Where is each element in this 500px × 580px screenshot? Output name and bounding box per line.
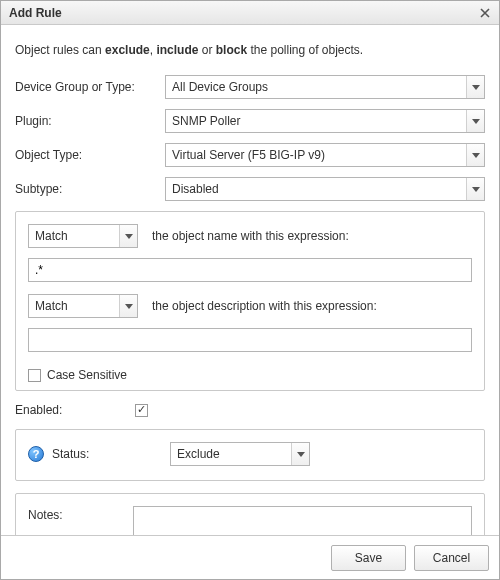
enabled-label: Enabled:: [15, 403, 135, 417]
match-desc-text: the object description with this express…: [152, 299, 377, 313]
row-object-type: Object Type: Virtual Server (F5 BIG-IP v…: [15, 143, 485, 167]
match-desc-row: Match the object description with this e…: [28, 294, 472, 318]
match-desc-expression-input[interactable]: [28, 328, 472, 352]
dialog-footer: Save Cancel: [1, 535, 499, 579]
status-select[interactable]: Exclude: [170, 442, 310, 466]
close-icon[interactable]: [477, 5, 493, 21]
match-panel: Match the object name with this expressi…: [15, 211, 485, 391]
subtype-label: Subtype:: [15, 182, 165, 196]
device-group-label: Device Group or Type:: [15, 80, 165, 94]
intro-prefix: Object rules can: [15, 43, 105, 57]
row-plugin: Plugin: SNMP Poller: [15, 109, 485, 133]
match-name-text: the object name with this expression:: [152, 229, 349, 243]
row-device-group: Device Group or Type: All Device Groups: [15, 75, 485, 99]
subtype-value: Disabled: [166, 182, 466, 196]
chevron-down-icon: [466, 144, 484, 166]
notes-panel: Notes:: [15, 493, 485, 535]
chevron-down-icon: [119, 225, 137, 247]
notes-input[interactable]: [133, 506, 472, 535]
chevron-down-icon: [119, 295, 137, 317]
notes-row: Notes:: [28, 506, 472, 535]
match-name-mode-value: Match: [29, 229, 119, 243]
match-desc-mode-select[interactable]: Match: [28, 294, 138, 318]
notes-label: Notes:: [28, 506, 133, 522]
status-label: Status:: [52, 447, 170, 461]
match-name-row: Match the object name with this expressi…: [28, 224, 472, 248]
plugin-value: SNMP Poller: [166, 114, 466, 128]
subtype-select[interactable]: Disabled: [165, 177, 485, 201]
titlebar: Add Rule: [1, 1, 499, 25]
help-icon[interactable]: ?: [28, 446, 44, 462]
object-type-select[interactable]: Virtual Server (F5 BIG-IP v9): [165, 143, 485, 167]
add-rule-dialog: Add Rule Object rules can exclude, inclu…: [0, 0, 500, 580]
dialog-body: Object rules can exclude, include or blo…: [1, 25, 499, 535]
match-name-mode-select[interactable]: Match: [28, 224, 138, 248]
match-desc-mode-value: Match: [29, 299, 119, 313]
chevron-down-icon: [466, 110, 484, 132]
case-sensitive-checkbox[interactable]: [28, 369, 41, 382]
case-sensitive-label: Case Sensitive: [47, 368, 127, 382]
chevron-down-icon: [466, 178, 484, 200]
device-group-value: All Device Groups: [166, 80, 466, 94]
intro-text: Object rules can exclude, include or blo…: [15, 43, 485, 57]
enabled-row: Enabled:: [15, 403, 485, 417]
object-type-label: Object Type:: [15, 148, 165, 162]
plugin-label: Plugin:: [15, 114, 165, 128]
chevron-down-icon: [466, 76, 484, 98]
status-value: Exclude: [171, 447, 291, 461]
enabled-checkbox[interactable]: [135, 404, 148, 417]
status-row: ? Status: Exclude: [28, 442, 472, 466]
intro-exclude: exclude: [105, 43, 150, 57]
device-group-select[interactable]: All Device Groups: [165, 75, 485, 99]
status-panel: ? Status: Exclude: [15, 429, 485, 481]
intro-include: include: [156, 43, 198, 57]
plugin-select[interactable]: SNMP Poller: [165, 109, 485, 133]
row-subtype: Subtype: Disabled: [15, 177, 485, 201]
cancel-button[interactable]: Cancel: [414, 545, 489, 571]
dialog-title: Add Rule: [9, 6, 477, 20]
case-sensitive-row: Case Sensitive: [28, 368, 472, 382]
intro-block: block: [216, 43, 247, 57]
save-button[interactable]: Save: [331, 545, 406, 571]
chevron-down-icon: [291, 443, 309, 465]
match-name-expression-input[interactable]: [28, 258, 472, 282]
object-type-value: Virtual Server (F5 BIG-IP v9): [166, 148, 466, 162]
